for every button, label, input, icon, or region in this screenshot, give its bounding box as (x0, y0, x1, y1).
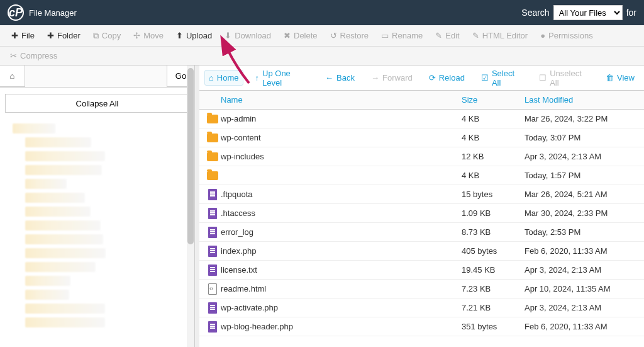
tree-item[interactable] (0, 260, 194, 274)
file-table-header: Name Size Last Modified (199, 91, 644, 110)
row-modified: Apr 3, 2024, 2:13 AM (525, 303, 644, 312)
nav-button-label: Up One Level (262, 69, 309, 88)
nav-back-button[interactable]: ←Back (321, 70, 359, 86)
folder-icon (207, 134, 218, 142)
tree-item[interactable] (0, 205, 194, 219)
app-logo: cP File Manager (8, 4, 77, 21)
edit-icon: ✎ (435, 31, 442, 40)
for-label: for (626, 8, 636, 18)
nav-up-button[interactable]: ↑Up One Level (251, 65, 314, 91)
table-row[interactable]: wp-activate.php7.21 KBApr 3, 2024, 2:13 … (199, 299, 644, 317)
move-icon: ✢ (133, 31, 140, 40)
column-size[interactable]: Size (462, 95, 525, 105)
copy-button[interactable]: ⧉Copy (87, 27, 127, 45)
row-name: .htaccess (221, 208, 255, 218)
row-modified: Apr 10, 2024, 11:35 AM (525, 284, 644, 293)
tree-item[interactable] (0, 246, 194, 260)
file-doc-icon (208, 246, 217, 257)
toolbar-button-label: Delete (294, 31, 318, 40)
tree-item[interactable] (0, 177, 194, 191)
tree-item[interactable] (0, 122, 194, 135)
search-scope-select[interactable]: All Your Files (553, 5, 623, 20)
toolbar-button-label: Move (143, 31, 164, 40)
table-row[interactable]: 4 KBToday, 1:57 PM (199, 166, 644, 185)
row-size: 351 bytes (462, 322, 525, 331)
restore-button[interactable]: ↺Restore (324, 27, 375, 44)
tree-item[interactable] (0, 316, 194, 329)
nav-reload-button[interactable]: ⟳Reload (425, 70, 469, 86)
plus-icon: ✚ (11, 31, 18, 40)
row-name: index.php (221, 246, 256, 256)
table-row[interactable]: wp-admin4 KBMar 26, 2024, 3:22 PM (199, 110, 644, 128)
delete-icon: ✖ (284, 31, 291, 40)
file-doc-icon (208, 208, 217, 219)
table-row[interactable]: index.php405 bytesFeb 6, 2020, 11:33 AM (199, 242, 644, 261)
header-search: Search All Your Files for (521, 5, 636, 20)
column-modified[interactable]: Last Modified (525, 95, 644, 105)
tree-item[interactable] (0, 288, 194, 302)
tree-item[interactable] (0, 302, 194, 316)
tree-item[interactable] (0, 191, 194, 205)
nav-selectall-button[interactable]: ☑Select All (477, 65, 527, 91)
delete-button[interactable]: ✖Delete (277, 27, 324, 44)
sidebar-scrollbar[interactable] (187, 65, 194, 347)
collapse-all-button[interactable]: Collapse All (5, 94, 189, 113)
compress-button[interactable]: ✂Compress (5, 48, 62, 63)
nav-view-button[interactable]: 🗑View (601, 70, 639, 86)
tree-item-label (25, 137, 91, 147)
search-label: Search (521, 8, 549, 18)
toolbar-button-label: Folder (57, 31, 80, 40)
sidebar: ⌂ Go Collapse All (0, 65, 195, 347)
home-icon: ⌂ (209, 73, 214, 82)
table-row[interactable]: wp-blog-header.php351 bytesFeb 6, 2020, … (199, 317, 644, 336)
permissions-button[interactable]: ●Permissions (534, 27, 599, 44)
tree-item[interactable] (0, 149, 194, 163)
file-html-icon (208, 283, 217, 295)
nav-forward-button[interactable]: →Forward (367, 70, 417, 86)
row-name: wp-admin (221, 114, 256, 123)
nav-button-label: Reload (439, 73, 465, 82)
tree-item[interactable] (0, 274, 194, 288)
table-row[interactable]: wp-includes12 KBApr 3, 2024, 2:13 AM (199, 147, 644, 166)
folder-button[interactable]: ✚Folder (41, 27, 87, 44)
tree-item-label (25, 151, 105, 161)
table-row[interactable]: readme.html7.23 KBApr 10, 2024, 11:35 AM (199, 280, 644, 299)
path-input[interactable] (25, 65, 167, 87)
download-button[interactable]: ⬇Download (218, 27, 277, 44)
permissions-icon: ● (540, 31, 545, 40)
file-doc-icon (208, 227, 217, 238)
column-name[interactable]: Name (221, 95, 462, 105)
tree-item[interactable] (0, 135, 194, 149)
htmleditor-button[interactable]: ✎HTML Editor (466, 27, 534, 44)
trash-icon: 🗑 (606, 73, 614, 82)
sidebar-home-button[interactable]: ⌂ (0, 65, 25, 87)
cpanel-icon: cP (8, 4, 24, 21)
table-row[interactable]: .htaccess1.09 KBMar 30, 2024, 2:33 PM (199, 204, 644, 223)
table-row[interactable]: error_log8.73 KBToday, 2:53 PM (199, 223, 644, 242)
edit-button[interactable]: ✎Edit (429, 27, 465, 44)
back-icon: ← (325, 73, 333, 82)
row-size: 19.45 KB (462, 265, 525, 275)
table-row[interactable]: license.txt19.45 KBApr 3, 2024, 2:13 AM (199, 261, 644, 280)
row-modified: Feb 6, 2020, 11:33 AM (525, 246, 644, 256)
row-size: 12 KB (462, 152, 525, 161)
nav-toolbar: ⌂Home↑Up One Level←Back→Forward⟳Reload☑S… (199, 65, 644, 91)
table-row[interactable]: .ftpquota15 bytesMar 26, 2024, 5:21 AM (199, 185, 644, 204)
sidebar-scrollbar-thumb[interactable] (187, 68, 194, 244)
upload-button[interactable]: ⬆Upload (170, 27, 218, 44)
toolbar-button-label: Copy (102, 31, 121, 40)
move-button[interactable]: ✢Move (127, 27, 170, 44)
split-handle[interactable] (195, 65, 199, 347)
row-modified: Mar 26, 2024, 3:22 PM (525, 114, 644, 123)
rename-button[interactable]: ▭Rename (375, 27, 429, 44)
tree-item[interactable] (0, 163, 194, 177)
nav-unselectall-button[interactable]: ☐Unselect All (535, 65, 594, 91)
tree-item[interactable] (0, 219, 194, 232)
row-size: 7.23 KB (462, 284, 525, 293)
home-icon: ⌂ (10, 71, 15, 81)
tree-item[interactable] (0, 232, 194, 246)
rename-icon: ▭ (381, 31, 389, 40)
nav-home-button[interactable]: ⌂Home (204, 70, 243, 86)
table-row[interactable]: wp-content4 KBToday, 3:07 PM (199, 128, 644, 147)
file-button[interactable]: ✚File (5, 27, 41, 44)
